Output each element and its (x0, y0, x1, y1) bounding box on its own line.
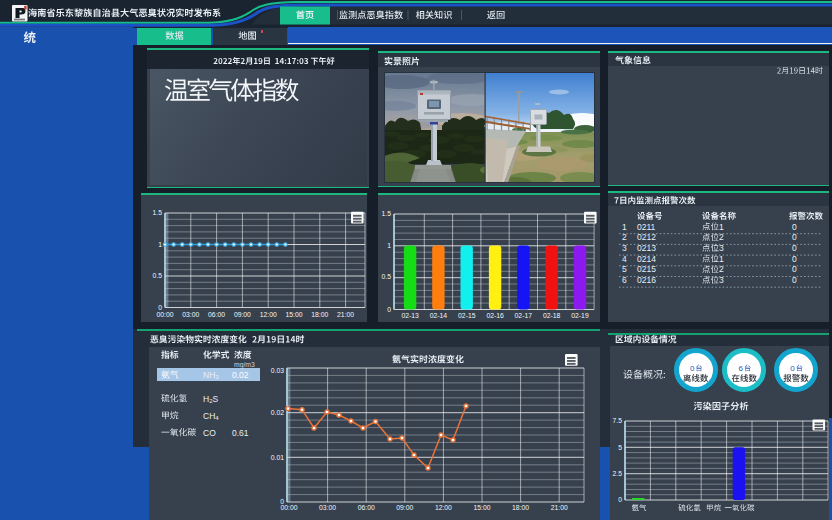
svg-text:0.61: 0.61 (232, 428, 249, 438)
svg-text:0211: 0211 (637, 222, 656, 232)
svg-text:0: 0 (690, 364, 695, 373)
svg-text:CH4: CH4 (203, 411, 219, 422)
svg-text:0: 0 (792, 222, 797, 232)
svg-text:NH3: NH3 (203, 370, 219, 381)
svg-text:CO: CO (203, 428, 216, 438)
svg-text:mg/m3: mg/m3 (234, 361, 255, 369)
svg-text:1: 1 (622, 222, 627, 232)
svg-text:6: 6 (739, 364, 744, 373)
svg-text:H2S: H2S (203, 394, 218, 405)
svg-text:0: 0 (790, 364, 795, 373)
svg-text:0.02: 0.02 (232, 370, 249, 380)
svg-text:1: 1 (719, 222, 724, 232)
